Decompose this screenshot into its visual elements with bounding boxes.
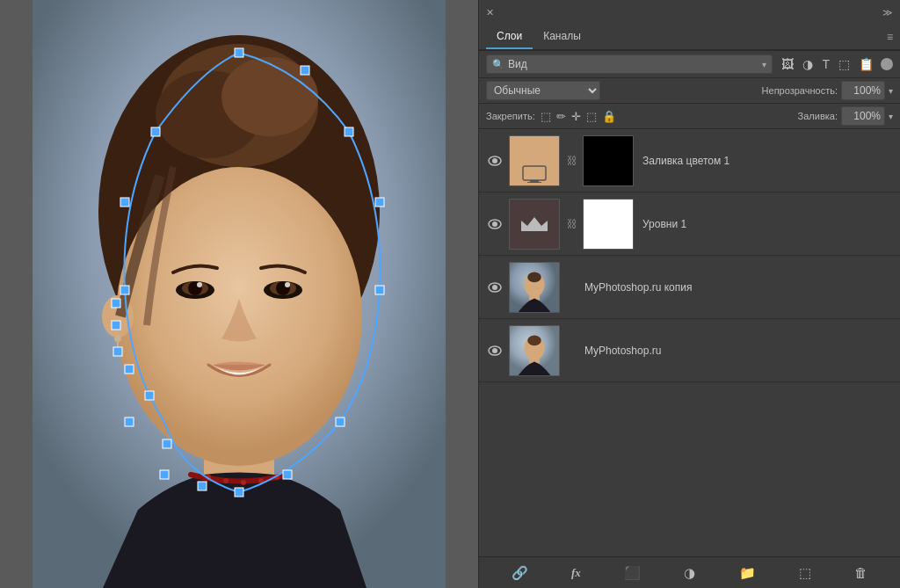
svg-point-50 xyxy=(492,221,497,227)
image-icon[interactable]: 🖼 xyxy=(780,55,795,73)
svg-rect-39 xyxy=(113,347,122,356)
svg-rect-41 xyxy=(145,391,154,400)
layer-thumbnail xyxy=(509,199,560,250)
svg-point-62 xyxy=(527,335,541,345)
layer-item[interactable]: ⛓ MyPhotoshop.ru копия xyxy=(479,256,900,319)
opacity-dropdown[interactable]: ▾ xyxy=(889,86,893,96)
chain-icon: ⛓ xyxy=(567,155,577,167)
svg-rect-43 xyxy=(198,482,207,490)
layer-name: Заливка цветом 1 xyxy=(642,155,893,167)
mask-button[interactable]: ⬛ xyxy=(619,563,646,584)
lock-artboard-icon[interactable]: ⬚ xyxy=(586,110,597,123)
panel-menu-icon[interactable]: ≡ xyxy=(887,31,893,43)
layer-item[interactable]: ⛓ MyPhotoshop.ru xyxy=(479,319,900,382)
search-box[interactable]: 🔍 ▾ xyxy=(486,54,773,74)
svg-point-11 xyxy=(197,282,202,287)
opacity-input[interactable] xyxy=(841,81,885,100)
svg-point-53 xyxy=(492,285,497,290)
lock-paint-icon[interactable]: ✏ xyxy=(556,110,566,123)
layer-thumbnail xyxy=(509,325,560,376)
search-icon: 🔍 xyxy=(492,59,504,70)
blend-mode-select[interactable]: Обычные xyxy=(486,81,600,100)
opacity-group: Непрозрачность: ▾ xyxy=(762,81,893,100)
chain-icon: ⛓ xyxy=(567,218,577,230)
search-dropdown-arrow[interactable]: ▾ xyxy=(762,60,766,69)
svg-rect-33 xyxy=(125,417,134,426)
layer-name: MyPhotoshop.ru копия xyxy=(584,281,893,294)
lock-transparent-icon[interactable]: ⬚ xyxy=(541,110,551,123)
layer-mask-thumbnail xyxy=(583,135,634,186)
svg-rect-37 xyxy=(112,299,120,308)
svg-rect-42 xyxy=(163,439,171,448)
svg-rect-35 xyxy=(120,198,129,207)
svg-rect-29 xyxy=(336,417,345,426)
fill-group: Заливка: ▾ xyxy=(798,106,893,126)
layers-list: ⛓ Заливка цветом 1 ⛓ Уровни 1 xyxy=(479,129,900,556)
panel-bottom-toolbar: 🔗 fx ⬛ ◑ 📁 ⬚ 🗑 xyxy=(479,556,900,588)
svg-rect-28 xyxy=(375,286,384,294)
fill-label: Заливка: xyxy=(798,111,838,121)
panel-header: ✕ ≫ Слои Каналы ≡ xyxy=(479,0,900,51)
layers-panel: ✕ ≫ Слои Каналы ≡ 🔍 ▾ 🖼 ◑ T ⬚ 📋 Обычные xyxy=(478,0,900,588)
svg-rect-38 xyxy=(112,321,120,330)
layer-item[interactable]: ⛓ Заливка цветом 1 xyxy=(479,129,900,192)
layer-thumbnail xyxy=(509,135,560,186)
chain-icon-placeholder: ⛓ xyxy=(567,281,577,294)
svg-point-59 xyxy=(492,348,497,353)
photo-canvas xyxy=(0,0,478,588)
layer-item[interactable]: ⛓ Уровни 1 xyxy=(479,192,900,256)
shape-icon[interactable]: ⬚ xyxy=(837,55,852,73)
svg-rect-30 xyxy=(283,470,292,479)
lock-move-icon[interactable]: ✛ xyxy=(571,110,581,123)
toggle-dot[interactable] xyxy=(881,58,893,70)
filter-row: 🔍 ▾ 🖼 ◑ T ⬚ 📋 xyxy=(479,51,900,78)
layer-visibility-toggle[interactable] xyxy=(486,152,504,170)
toolbar-icons: 🖼 ◑ T ⬚ 📋 xyxy=(780,55,893,73)
svg-rect-31 xyxy=(235,488,243,497)
svg-rect-34 xyxy=(120,286,129,294)
svg-rect-46 xyxy=(523,166,546,180)
lock-all-icon[interactable]: 🔒 xyxy=(602,110,616,123)
link-button[interactable]: 🔗 xyxy=(506,563,533,584)
svg-rect-48 xyxy=(527,182,541,183)
svg-point-56 xyxy=(527,272,541,282)
panel-collapse-button[interactable]: ≫ xyxy=(882,7,893,18)
layer-mask-thumbnail xyxy=(583,199,634,250)
layer-visibility-toggle[interactable] xyxy=(486,342,504,359)
delete-layer-button[interactable]: 🗑 xyxy=(849,563,873,583)
svg-point-21 xyxy=(241,480,246,485)
lock-icons: ⬚ ✏ ✛ ⬚ 🔒 xyxy=(541,110,616,123)
svg-rect-26 xyxy=(345,127,353,136)
svg-point-20 xyxy=(223,478,229,483)
fill-input[interactable] xyxy=(841,106,885,126)
group-button[interactable]: 📁 xyxy=(734,563,761,584)
opacity-label: Непрозрачность: xyxy=(762,85,838,96)
fill-dropdown[interactable]: ▾ xyxy=(889,112,893,121)
adjustment-button[interactable]: ◑ xyxy=(679,563,700,584)
panel-close-button[interactable]: ✕ xyxy=(486,7,494,18)
svg-rect-40 xyxy=(125,365,134,374)
layer-thumbnail xyxy=(509,262,560,313)
new-layer-button[interactable]: ⬚ xyxy=(794,563,817,584)
lock-label: Закрепить: xyxy=(486,111,535,121)
tab-layers[interactable]: Слои xyxy=(486,25,533,49)
search-input[interactable] xyxy=(508,58,762,70)
svg-rect-24 xyxy=(235,48,243,57)
fx-button[interactable]: fx xyxy=(566,563,586,583)
chain-icon-placeholder: ⛓ xyxy=(567,345,577,357)
layer-name: MyPhotoshop.ru xyxy=(584,345,893,357)
svg-rect-32 xyxy=(160,470,169,479)
layer-visibility-toggle[interactable] xyxy=(486,215,504,233)
svg-point-45 xyxy=(492,158,497,163)
layer-name: Уровни 1 xyxy=(642,218,893,230)
layer-visibility-toggle[interactable] xyxy=(486,279,504,296)
blend-row: Обычные Непрозрачность: ▾ xyxy=(479,78,900,104)
halftone-icon[interactable]: ◑ xyxy=(801,55,815,73)
panel-tabs: Слои Каналы ≡ xyxy=(479,25,900,50)
text-icon[interactable]: T xyxy=(820,55,831,73)
svg-rect-47 xyxy=(530,180,539,182)
svg-point-15 xyxy=(285,282,290,287)
smart-icon[interactable]: 📋 xyxy=(857,55,875,73)
tab-channels[interactable]: Каналы xyxy=(533,25,592,49)
lock-row: Закрепить: ⬚ ✏ ✛ ⬚ 🔒 Заливка: ▾ xyxy=(479,104,900,129)
